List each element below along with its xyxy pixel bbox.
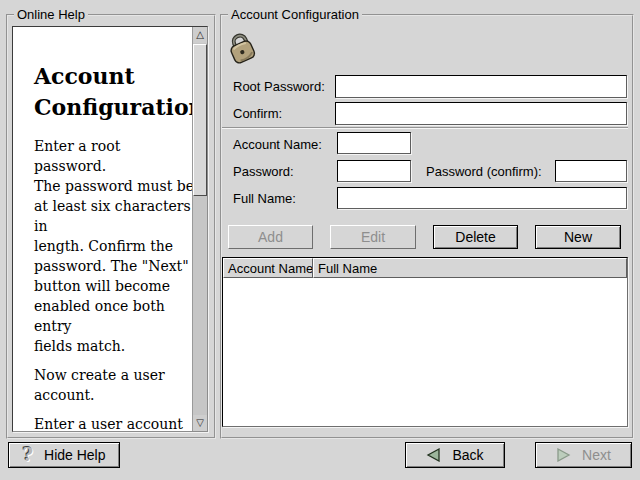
online-help-frame-label: Online Help xyxy=(14,7,88,22)
confirm-password-input[interactable] xyxy=(335,102,627,125)
help-paragraph: Now create a user account. xyxy=(34,365,196,405)
account-configuration-frame-label: Account Configuration xyxy=(228,7,362,22)
back-arrow-icon xyxy=(426,448,441,462)
delete-button[interactable]: Delete xyxy=(433,225,518,249)
password-confirm-input[interactable] xyxy=(555,160,627,182)
delete-button-label: Delete xyxy=(455,229,495,245)
column-header-account-name[interactable]: Account Name xyxy=(223,258,313,278)
root-password-input[interactable] xyxy=(335,75,627,98)
next-arrow-icon xyxy=(556,448,571,462)
accounts-table-header: Account Name Full Name xyxy=(223,258,627,278)
arrow-down-icon: ▽ xyxy=(196,418,204,428)
scrollbar-down-button[interactable]: ▽ xyxy=(193,415,207,431)
edit-button[interactable]: Edit xyxy=(330,225,416,249)
new-button[interactable]: New xyxy=(535,225,621,249)
confirm-label: Confirm: xyxy=(233,106,282,121)
new-button-label: New xyxy=(564,229,592,245)
question-mark-icon: ? xyxy=(22,446,33,464)
help-scrollbar[interactable]: △ ▽ xyxy=(192,27,207,431)
help-text-viewport: Account Configuration Enter a root passw… xyxy=(12,26,208,432)
root-password-label: Root Password: xyxy=(233,79,325,94)
column-header-full-name[interactable]: Full Name xyxy=(313,258,627,278)
hide-help-button-label: Hide Help xyxy=(44,447,105,463)
scrollbar-up-button[interactable]: △ xyxy=(193,27,207,43)
back-button-label: Back xyxy=(452,447,483,463)
separator xyxy=(222,127,628,129)
next-button[interactable]: Next xyxy=(535,442,632,468)
account-name-label: Account Name: xyxy=(233,137,322,152)
full-name-input[interactable] xyxy=(337,187,627,209)
help-paragraph: Enter a user account name. Then, create … xyxy=(34,414,196,432)
next-button-label: Next xyxy=(582,447,611,463)
help-paragraph: Enter a root password. The password must… xyxy=(34,136,196,356)
add-button[interactable]: Add xyxy=(228,225,313,249)
hide-help-button[interactable]: ? Hide Help xyxy=(8,442,120,468)
back-button[interactable]: Back xyxy=(405,442,505,468)
scrollbar-thumb[interactable] xyxy=(193,44,207,196)
padlock-icon xyxy=(225,29,259,65)
password-confirm-label: Password (confirm): xyxy=(426,164,542,179)
full-name-label: Full Name: xyxy=(233,191,296,206)
edit-button-label: Edit xyxy=(361,229,385,245)
account-name-input[interactable] xyxy=(337,132,411,154)
password-label: Password: xyxy=(233,164,294,179)
add-button-label: Add xyxy=(258,229,283,245)
password-input[interactable] xyxy=(337,160,411,182)
accounts-table-body[interactable] xyxy=(223,278,627,426)
help-heading: Account Configuration xyxy=(34,61,196,123)
accounts-table: Account Name Full Name xyxy=(222,257,628,427)
help-text: Account Configuration Enter a root passw… xyxy=(34,61,196,432)
arrow-up-icon: △ xyxy=(196,30,204,40)
installer-window: Online Help Account Configuration Enter … xyxy=(0,0,640,480)
